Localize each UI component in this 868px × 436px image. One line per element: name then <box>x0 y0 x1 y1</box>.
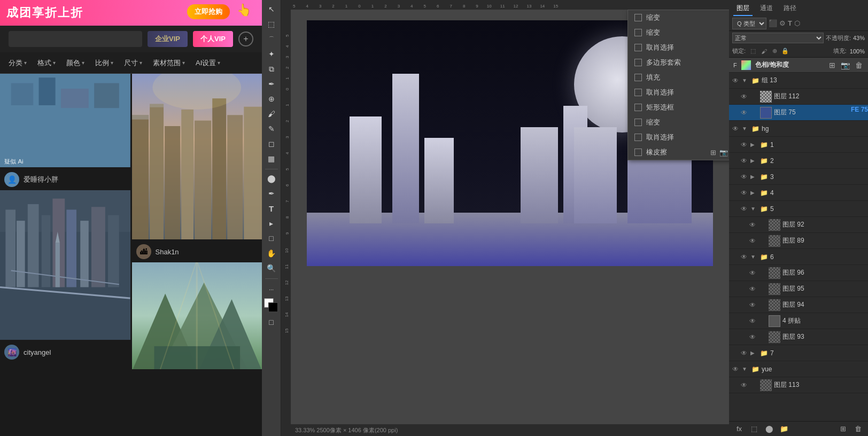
layer-yue[interactable]: 👁 ▼ 📁 yue <box>729 361 868 377</box>
eyedropper-icon[interactable]: ✒ <box>264 77 280 91</box>
layer-hg[interactable]: 👁 ▼ 📁 hg <box>729 121 868 137</box>
layer-type-select[interactable]: Q 类型 <box>732 18 766 29</box>
selection-rect-icon[interactable]: ⬚ <box>264 17 280 31</box>
layer-expand-g6[interactable]: ▼ <box>750 254 758 260</box>
layer-group-5[interactable]: 👁 ▼ 📁 5 <box>729 201 868 217</box>
layer-eye-4fold[interactable]: 👁 <box>748 317 757 325</box>
layer-expand-g3[interactable]: ▶ <box>750 174 758 180</box>
layer-expand-hg[interactable]: ▼ <box>742 126 749 131</box>
layer-group-3[interactable]: 👁 ▶ 📁 3 <box>729 169 868 185</box>
layer-eye-92[interactable]: 👁 <box>748 221 757 229</box>
move-tool-icon[interactable]: ↖ <box>264 2 280 16</box>
layer-expand-g7[interactable]: ▶ <box>750 350 758 356</box>
banner-buy-button[interactable]: 立即抢购 <box>187 4 230 19</box>
layer-eye-hg[interactable]: 👁 <box>731 125 740 133</box>
filter-ai-settings[interactable]: AI设置 ▾ <box>191 56 224 70</box>
lock-move-icon[interactable]: ⊕ <box>770 47 779 56</box>
layer-eye-95[interactable]: 👁 <box>748 285 757 293</box>
layer-eye-g5[interactable]: 👁 <box>740 205 748 213</box>
layer-camera-button[interactable]: 📷 <box>840 61 851 69</box>
lock-all-icon[interactable]: 🔒 <box>781 47 789 56</box>
ctx-item-9[interactable]: 取肖选择 <box>628 130 729 145</box>
layer-4fold[interactable]: 👁 4 拼贴 <box>729 313 868 329</box>
layer-link-button[interactable]: ⊞ <box>828 61 836 69</box>
ctx-item-8[interactable]: 缩变 <box>628 115 729 130</box>
layer-96[interactable]: 👁 图层 96 <box>729 265 868 281</box>
ctx-checkbox-6[interactable] <box>634 89 642 96</box>
image-card-4[interactable] <box>132 262 262 369</box>
enterprise-vip-button[interactable]: 企业VIP <box>148 31 188 47</box>
filter-icon-shape[interactable]: ⬡ <box>794 19 800 27</box>
layer-92[interactable]: 👁 图层 92 <box>729 217 868 233</box>
pen-tool-icon[interactable]: ✒ <box>264 186 280 200</box>
filter-material-range[interactable]: 素材范围 ▾ <box>149 56 189 70</box>
layer-113[interactable]: 👁 图层 113 <box>729 377 868 393</box>
extra-tools-icon[interactable]: ... <box>264 281 280 295</box>
layer-eye-yue[interactable]: 👁 <box>731 365 740 373</box>
filter-icon-type[interactable]: T <box>788 19 792 27</box>
layer-95[interactable]: 👁 图层 95 <box>729 281 868 297</box>
clone-stamp-icon[interactable]: ✎ <box>264 122 280 136</box>
hand-tool-icon[interactable]: ✋ <box>264 246 280 260</box>
layer-group-4[interactable]: 👁 ▶ 📁 4 <box>729 185 868 201</box>
path-selection-icon[interactable]: ▸ <box>264 216 280 230</box>
type-tool-icon[interactable]: T <box>264 201 280 215</box>
new-fill-adjustment-button[interactable]: fx <box>733 424 745 434</box>
blend-mode-select[interactable]: 正常 <box>732 33 824 43</box>
filter-format[interactable]: 格式 ▾ <box>33 56 60 70</box>
brush-tool-icon[interactable]: 🖌 <box>264 107 280 121</box>
healing-brush-icon[interactable]: ⊕ <box>264 92 280 106</box>
delete-layer-button[interactable]: 🗑 <box>852 424 864 434</box>
layer-expand-g2[interactable]: ▶ <box>750 158 758 164</box>
search-input[interactable] <box>9 31 142 47</box>
layer-group-2[interactable]: 👁 ▶ 📁 2 <box>729 153 868 169</box>
layer-eye-g4[interactable]: 👁 <box>740 189 748 197</box>
image-card-2[interactable] <box>0 190 130 340</box>
lock-paint-icon[interactable]: 🖌 <box>759 47 768 56</box>
layer-group-6[interactable]: 👁 ▼ 📁 6 <box>729 249 868 265</box>
filter-ratio[interactable]: 比例 ▾ <box>91 56 118 70</box>
magic-wand-icon[interactable]: ✦ <box>264 47 280 61</box>
ctx-checkbox-2[interactable] <box>634 29 642 36</box>
layer-eye-g6[interactable]: 👁 <box>740 253 748 261</box>
canvas-body[interactable]: 缩变 缩变 取肖选择 多边形套索 填充 取肖选择 <box>291 10 729 424</box>
lock-transparent-icon[interactable]: ⬚ <box>749 47 757 56</box>
context-camera-icon[interactable]: 📷 <box>719 149 728 157</box>
personal-vip-button[interactable]: 个人VIP <box>193 31 233 47</box>
eraser-tool-icon[interactable]: ◻ <box>264 137 280 151</box>
ctx-item-3[interactable]: 取肖选择 <box>628 40 729 55</box>
layer-eye-g3[interactable]: 👁 <box>740 173 748 181</box>
layer-eye-112[interactable]: 👁 <box>740 93 748 100</box>
filter-category[interactable]: 分类 ▾ <box>4 56 31 70</box>
tab-paths[interactable]: 路径 <box>780 2 800 16</box>
ctx-checkbox-10[interactable] <box>634 149 642 156</box>
screen-mode-icon[interactable]: □ <box>264 315 280 329</box>
ctx-checkbox-5[interactable] <box>634 74 642 81</box>
gradient-tool-icon[interactable]: ▦ <box>264 152 280 166</box>
zoom-tool-icon[interactable]: 🔍 <box>264 261 280 275</box>
new-group-button[interactable]: 📁 <box>778 424 790 434</box>
layer-93[interactable]: 👁 图层 93 <box>729 329 868 345</box>
dodge-tool-icon[interactable]: ⬤ <box>264 172 280 185</box>
ctx-item-7[interactable]: 矩形选框 <box>628 100 729 115</box>
layer-eye-93[interactable]: 👁 <box>748 333 757 341</box>
ctx-checkbox-1[interactable] <box>634 14 642 21</box>
layer-112[interactable]: 👁 图层 112 <box>729 89 868 105</box>
filter-icon-pixel[interactable]: ⬛ <box>769 19 777 27</box>
new-adjustment-button[interactable]: ⬤ <box>763 424 775 434</box>
ctx-checkbox-4[interactable] <box>634 59 642 66</box>
layer-eye-96[interactable]: 👁 <box>748 269 757 277</box>
filter-size[interactable]: 尺寸 ▾ <box>120 56 146 70</box>
layer-expand-g5[interactable]: ▼ <box>750 206 758 212</box>
ctx-item-4[interactable]: 多边形套索 <box>628 55 729 70</box>
layer-expand-g4[interactable]: ▶ <box>750 190 758 196</box>
lasso-tool-icon[interactable]: ⌒ <box>264 32 280 46</box>
layer-group-13[interactable]: 👁 ▼ 📁 组 13 <box>729 73 868 89</box>
layer-75[interactable]: 👁 图层 75 FE 75 <box>729 105 868 121</box>
layer-eye-g2[interactable]: 👁 <box>740 157 748 165</box>
ctx-checkbox-8[interactable] <box>634 119 642 126</box>
new-layer-button[interactable]: ⊞ <box>837 424 849 434</box>
add-mask-button[interactable]: ⬚ <box>748 424 760 434</box>
layer-eye-89[interactable]: 👁 <box>748 237 757 245</box>
filter-icon-adjust[interactable]: ⚙ <box>779 19 786 27</box>
